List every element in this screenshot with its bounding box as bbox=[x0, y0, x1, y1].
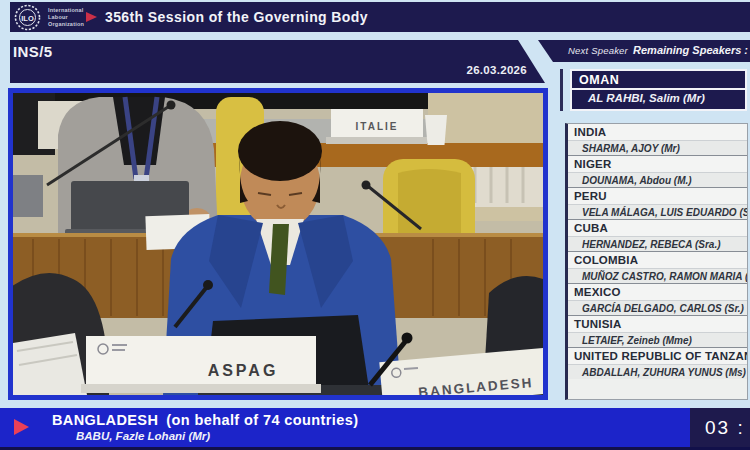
speaker-name: ABDALLAH, ZUHURA YUNUS (Ms) bbox=[568, 364, 747, 379]
next-speaker-label: Next Speaker bbox=[568, 45, 628, 56]
current-speaker-name: BABU, Fazle Lohani (Mr) bbox=[76, 430, 210, 442]
papers bbox=[13, 333, 87, 395]
speakers-header-bar: Next Speaker Remaining Speakers : bbox=[538, 40, 750, 62]
svg-text:ILO: ILO bbox=[21, 14, 34, 23]
ilo-logo: ILO bbox=[14, 4, 41, 31]
speaker-name: GARCÍA DELGADO, CARLOS (Sr.) bbox=[568, 300, 747, 315]
webcast-screen: ILO International Labour Organization 35… bbox=[0, 0, 750, 450]
next-speaker-name: AL RAHBI, Salim (Mr) bbox=[572, 90, 745, 107]
session-title: 356th Session of the Governing Body bbox=[105, 9, 368, 25]
video-scene: ITALIE bbox=[13, 93, 543, 395]
svg-text:ITALIE: ITALIE bbox=[356, 121, 399, 132]
speaker-country: COLOMBIA bbox=[568, 252, 747, 268]
remaining-speakers-list: INDIA SHARMA, AJOY (Mr) NIGER DOUNAMA, A… bbox=[565, 123, 748, 400]
timer-block: 03 : bbox=[690, 408, 750, 447]
remaining-speakers-label: Remaining Speakers : bbox=[633, 44, 748, 56]
speaker-name: LETAIEF, Zeineb (Mme) bbox=[568, 332, 747, 347]
next-speaker-separator bbox=[560, 69, 563, 111]
speaker-item: UNITED REPUBLIC OF TANZANIA (THE ABDALLA… bbox=[568, 348, 747, 379]
speaker-item: NIGER DOUNAMA, Abdou (M.) bbox=[568, 156, 747, 188]
play-arrow-icon bbox=[86, 12, 97, 22]
speaker-name: HERNANDEZ, REBECA (Sra.) bbox=[568, 236, 747, 251]
speaker-item: PERU VELA MÁLAGA, LUIS EDUARDO (Sr.) bbox=[568, 188, 747, 220]
placard-italie: ITALIE bbox=[326, 109, 427, 144]
video-frame[interactable]: ITALIE bbox=[8, 88, 548, 400]
speaker-item: INDIA SHARMA, AJOY (Mr) bbox=[568, 124, 747, 156]
top-bar: ILO International Labour Organization 35… bbox=[10, 2, 750, 32]
speaker-name: SHARMA, AJOY (Mr) bbox=[568, 140, 747, 155]
svg-text:ASPAG: ASPAG bbox=[208, 362, 279, 379]
speaker-item: COLOMBIA MUÑOZ CASTRO, RAMON MARIA (Sr.) bbox=[568, 252, 747, 284]
current-speaker-line: BANGLADESH(on behalf of 74 countries) bbox=[52, 412, 358, 428]
session-date: 26.03.2026 bbox=[466, 64, 527, 76]
session-info-bar: INS/5 26.03.2026 bbox=[10, 40, 555, 83]
play-arrow-icon bbox=[14, 419, 29, 435]
speaker-country: TUNISIA bbox=[568, 316, 747, 332]
speaker-item: CUBA HERNANDEZ, REBECA (Sra.) bbox=[568, 220, 747, 252]
speaker-country: PERU bbox=[568, 188, 747, 204]
speaker-country: CUBA bbox=[568, 220, 747, 236]
timer-value: 03 : bbox=[705, 417, 745, 438]
current-speaker-country: BANGLADESH bbox=[52, 412, 158, 428]
current-speaker-onbehalf: (on behalf of 74 countries) bbox=[166, 412, 358, 428]
current-speaker-bar: BANGLADESH(on behalf of 74 countries) BA… bbox=[0, 408, 750, 447]
speaker-country: NIGER bbox=[568, 156, 747, 172]
next-speaker-card: OMAN AL RAHBI, Salim (Mr) bbox=[570, 69, 747, 111]
speaker-name: MUÑOZ CASTRO, RAMON MARIA (Sr.) bbox=[568, 268, 747, 283]
session-code: INS/5 bbox=[13, 43, 53, 60]
laptop bbox=[13, 175, 43, 217]
speaker-item: TUNISIA LETAIEF, Zeineb (Mme) bbox=[568, 316, 747, 348]
speaker-country: INDIA bbox=[568, 124, 747, 140]
speaker-name: VELA MÁLAGA, LUIS EDUARDO (Sr.) bbox=[568, 204, 747, 219]
speaker-country: UNITED REPUBLIC OF TANZANIA (THE bbox=[568, 348, 747, 364]
speaker-item: MEXICO GARCÍA DELGADO, CARLOS (Sr.) bbox=[568, 284, 747, 316]
speaker-name: DOUNAMA, Abdou (M.) bbox=[568, 172, 747, 187]
org-name: International Labour Organization bbox=[48, 7, 84, 27]
speaker-country: MEXICO bbox=[568, 284, 747, 300]
paper-cup bbox=[425, 115, 447, 145]
next-speaker-country: OMAN bbox=[572, 71, 745, 90]
placard-aspag: ASPAG bbox=[81, 336, 321, 393]
